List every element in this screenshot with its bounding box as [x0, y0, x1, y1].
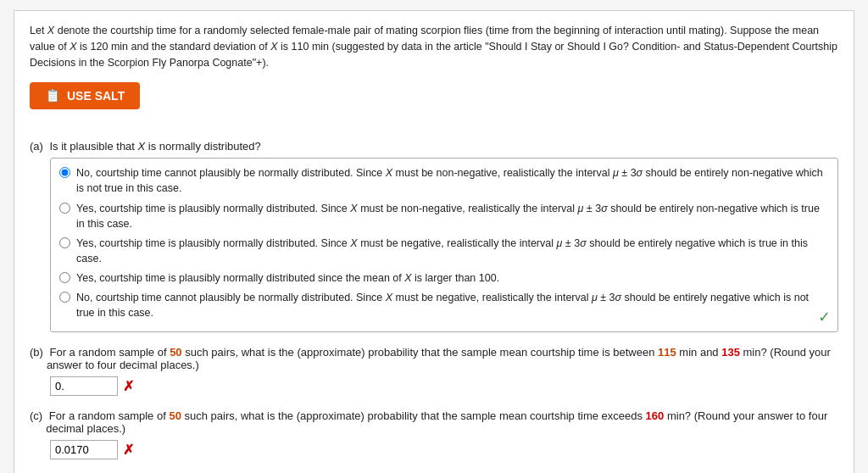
highlight-115: 115	[658, 346, 676, 359]
radio-a3[interactable]	[59, 237, 70, 248]
question-c-text: For a random sample of 50 such pairs, wh…	[46, 409, 838, 435]
page-wrapper: Let X denote the courtship time for a ra…	[14, 10, 854, 473]
radio-a2[interactable]	[59, 203, 70, 214]
question-c-input-row: ✗	[50, 440, 838, 459]
highlight-50-b: 50	[170, 346, 181, 359]
salt-button-label: USE SALT	[67, 89, 125, 103]
option-a3-text: Yes, courtship time is plausibly normall…	[76, 236, 829, 266]
question-a-section: (a) Is it plausible that X is normally d…	[30, 140, 838, 332]
salt-icon: 📋	[45, 88, 61, 103]
question-a-answer-box: No, courtship time cannot plausibly be n…	[50, 158, 838, 332]
option-a5: No, courtship time cannot plausibly be n…	[59, 290, 829, 320]
intro-text: Let X denote the courtship time for a ra…	[30, 23, 838, 70]
highlight-50-c: 50	[169, 409, 181, 422]
use-salt-button[interactable]: 📋 USE SALT	[30, 82, 140, 109]
question-c-label-row: (c) For a random sample of 50 such pairs…	[30, 409, 838, 435]
highlight-160: 160	[646, 409, 665, 422]
question-b-label-row: (b) For a random sample of 50 such pairs…	[30, 346, 838, 371]
question-c-part: (c)	[30, 409, 42, 435]
question-b-section: (b) For a random sample of 50 such pairs…	[30, 346, 838, 396]
option-a4-text: Yes, courtship time is plausibly normall…	[76, 270, 499, 286]
question-a-label-row: (a) Is it plausible that X is normally d…	[30, 140, 838, 153]
question-b-input-row: ✗	[50, 376, 838, 396]
answer-b-input[interactable]	[50, 376, 118, 396]
radio-a4[interactable]	[59, 272, 70, 283]
question-a-part: (a)	[30, 140, 43, 153]
question-c-section: (c) For a random sample of 50 such pairs…	[30, 409, 838, 459]
question-b-part: (b)	[30, 346, 43, 371]
option-a2: Yes, courtship time is plausibly normall…	[59, 201, 829, 231]
option-a2-text: Yes, courtship time is plausibly normall…	[76, 201, 829, 231]
option-a1-text: No, courtship time cannot plausibly be n…	[76, 165, 829, 196]
question-a-checkmark: ✓	[818, 308, 831, 326]
cross-c: ✗	[123, 442, 134, 458]
highlight-135: 135	[721, 346, 740, 359]
question-b-text: For a random sample of 50 such pairs, wh…	[47, 346, 838, 371]
option-a3: Yes, courtship time is plausibly normall…	[59, 236, 829, 266]
option-a4: Yes, courtship time is plausibly normall…	[59, 270, 829, 286]
option-a1: No, courtship time cannot plausibly be n…	[59, 165, 829, 196]
question-a-text: Is it plausible that X is normally distr…	[47, 140, 261, 153]
option-a5-text: No, courtship time cannot plausibly be n…	[76, 290, 829, 320]
radio-a1[interactable]	[59, 167, 70, 178]
cross-b: ✗	[123, 378, 134, 394]
answer-c-input[interactable]	[50, 440, 118, 459]
radio-a5[interactable]	[59, 292, 70, 303]
